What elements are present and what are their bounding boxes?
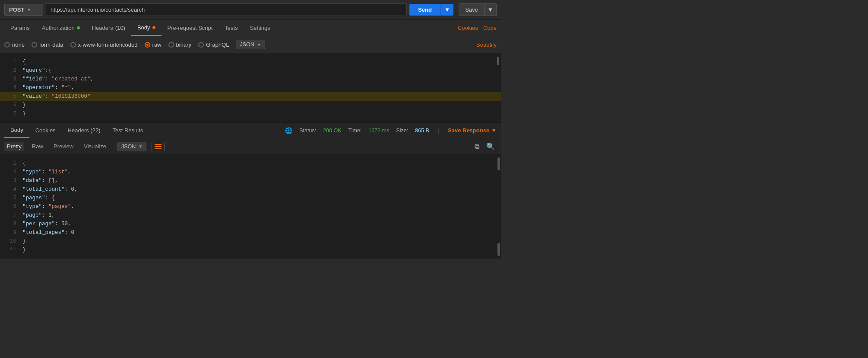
wrap-line-1 [155,144,162,145]
body-dot [152,26,155,29]
option-urlencoded[interactable]: x-www-form-urlencoded [70,42,138,48]
save-response-arrow-icon: ▼ [491,127,497,134]
option-none-label: none [12,42,25,48]
line-content: "pages": { [22,194,497,202]
option-graphql[interactable]: GraphQL [198,42,229,48]
beautify-button[interactable]: Beautify [476,42,497,48]
cookies-link[interactable]: Cookies [458,25,478,31]
code-line-5: 5 "value": "1619136000" [0,92,501,101]
option-form-data[interactable]: form-data [32,42,63,48]
method-select[interactable]: POST ▼ [4,4,43,16]
request-scrollbar[interactable] [497,57,499,65]
line-content: "value": "1619136000" [22,92,497,101]
line-content: } [22,109,497,118]
code-line-3: 3 "field": "created_at", [0,75,501,83]
line-number: 7 [4,109,16,118]
res-tab-body[interactable]: Body [4,123,29,138]
line-content: "per_page": 50, [22,220,497,228]
res-tab-headers[interactable]: Headers (22) [62,123,107,137]
tab-prerequest[interactable]: Pre-request Script [162,20,219,35]
line-number: 1 [4,58,16,66]
send-button-group: Send ▼ [409,4,453,16]
line-content: } [22,237,497,246]
res-tab-test-results[interactable]: Test Results [106,123,149,137]
code-line-4: 4 "operator": "=", [0,83,501,92]
save-button-group: Save ▼ [459,3,497,16]
tab-settings[interactable]: Settings [244,20,276,35]
save-button[interactable]: Save [459,3,484,16]
authorization-dot [77,26,80,29]
option-none[interactable]: none [4,42,25,48]
save-dropdown-button[interactable]: ▼ [484,3,497,16]
code-line-1: 1{ [0,58,501,66]
line-number: 5 [4,92,16,101]
line-number: 2 [4,168,16,176]
response-icons: ⧉ 🔍 [473,141,497,151]
code-line-9: 9 "total_pages": 0 [0,228,501,237]
line-number: 6 [4,202,16,211]
line-number: 4 [4,83,16,92]
option-raw[interactable]: raw [145,42,162,48]
code-line-2: 2 "type": "list", [0,168,501,176]
line-content: "field": "created_at", [22,75,497,83]
tab-tests[interactable]: Tests [219,20,244,35]
option-binary[interactable]: binary [168,42,191,48]
method-arrow-icon: ▼ [27,7,31,12]
option-binary-label: binary [176,42,191,48]
size-value: 865 B [415,128,429,134]
method-label: POST [9,6,24,13]
request-code-editor[interactable]: 1{2 "query":{3 "field": "created_at",4 "… [0,53,501,123]
radio-graphql [198,42,204,48]
format-tab-visualize[interactable]: Visualize [81,142,109,151]
save-response-button[interactable]: Save Response ▼ [448,127,497,134]
radio-raw [145,42,150,48]
option-raw-label: raw [152,42,162,48]
save-response-label: Save Response [448,127,489,134]
radio-binary [168,42,174,48]
code-line-7: 7 "page": 1, [0,211,501,220]
line-content: } [22,246,497,254]
format-tab-raw[interactable]: Raw [29,142,46,151]
time-value: 1072 ms [368,128,389,134]
send-button[interactable]: Send [409,4,440,16]
line-number: 9 [4,228,16,237]
code-line-8: 8 "per_page": 50, [0,220,501,228]
line-number: 11 [4,246,16,254]
code-line-7: 7} [0,109,501,118]
line-content: { [22,58,497,66]
option-form-data-label: form-data [39,42,63,48]
format-tab-preview[interactable]: Preview [51,142,76,151]
tab-headers[interactable]: Headers (10) [86,20,131,35]
body-format-select[interactable]: JSON ▼ [236,40,265,49]
response-format-select[interactable]: JSON ▼ [117,142,146,151]
code-line-3: 3 "data": [], [0,176,501,185]
line-number: 2 [4,66,16,75]
line-number: 8 [4,220,16,228]
time-label: Time: [348,128,362,134]
wrap-lines-button[interactable] [152,142,165,151]
response-status: 🌐 Status: 200 OK Time: 1072 ms Size: 865… [285,127,497,134]
response-scrollbar-top[interactable] [497,157,500,170]
response-format-label: JSON [121,144,136,150]
status-label: Status: [299,128,316,134]
search-button[interactable]: 🔍 [485,141,497,151]
response-body: 1{2 "type": "list",3 "data": [],4 "total… [0,155,501,259]
tab-params[interactable]: Params [4,20,36,35]
format-tab-pretty[interactable]: Pretty [4,142,24,151]
radio-urlencoded [70,42,76,48]
code-link[interactable]: Code [483,25,497,31]
tab-body[interactable]: Body [131,20,162,36]
code-line-11: 11} [0,246,501,254]
send-dropdown-button[interactable]: ▼ [440,4,453,16]
tab-authorization[interactable]: Authorization [36,20,86,35]
code-line-1: 1{ [0,159,501,168]
response-scrollbar-bottom[interactable] [497,243,500,256]
response-tab-bar: Body Cookies Headers (22) Test Results 🌐… [0,123,501,138]
line-content: "data": [], [22,176,497,185]
line-number: 1 [4,159,16,168]
line-number: 3 [4,75,16,83]
url-input[interactable] [46,3,407,16]
copy-button[interactable]: ⧉ [473,141,481,151]
res-tab-cookies[interactable]: Cookies [29,123,62,137]
line-content: { [22,159,497,168]
